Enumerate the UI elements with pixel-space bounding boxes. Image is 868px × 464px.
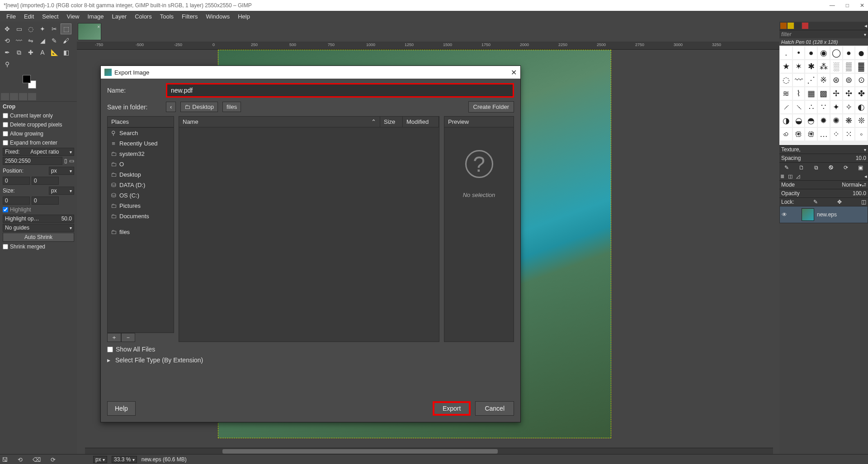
panel-menu-icon[interactable]: ◂ (864, 173, 867, 179)
path-segment-desktop[interactable]: 🗀Desktop (180, 102, 218, 112)
filename-input[interactable] (166, 83, 514, 98)
panel-menu-icon[interactable]: ◂ (864, 23, 867, 29)
modified-column-header[interactable]: Modified (403, 117, 439, 127)
place-item[interactable]: ≡Recently Used (108, 138, 174, 149)
menu-colors[interactable]: Colors (131, 12, 156, 21)
patterns-tab[interactable] (788, 23, 794, 29)
place-item[interactable]: ⚲Search (108, 128, 174, 138)
paint-tool[interactable]: 🖌 (61, 35, 71, 46)
spacing-row[interactable]: Spacing10.0 (779, 154, 868, 162)
path-segment-files[interactable]: files (222, 102, 241, 112)
shrink-merged-checkbox[interactable] (3, 244, 8, 249)
history-tab[interactable] (802, 23, 808, 29)
zoom-tool[interactable]: ⚲ (2, 59, 13, 70)
paths-tab[interactable]: ◿ (796, 173, 800, 179)
lock-position-icon[interactable]: ✥ (837, 199, 842, 205)
expand-filetype-icon[interactable]: ▸ (107, 356, 113, 364)
rotate-tool[interactable]: ⟲ (2, 35, 13, 46)
add-bookmark-button[interactable]: ＋ (107, 333, 121, 342)
bucket-tool[interactable]: ◢ (37, 35, 48, 46)
eraser-tool[interactable]: ◧ (61, 47, 71, 58)
delete-cropped-checkbox[interactable] (3, 122, 8, 127)
device-status-tab[interactable] (10, 93, 18, 100)
status-unit-select[interactable]: px (93, 456, 107, 463)
guides-select[interactable]: No guides (3, 224, 74, 232)
lock-pixels-icon[interactable]: ✎ (813, 199, 818, 205)
horizontal-scrollbar[interactable] (85, 448, 773, 454)
export-button[interactable]: Export (433, 401, 471, 416)
menu-edit[interactable]: Edit (20, 12, 38, 21)
tool-options-tab[interactable] (1, 93, 9, 100)
menu-select[interactable]: Select (38, 12, 62, 21)
menu-help[interactable]: Help (234, 12, 254, 21)
opacity-row[interactable]: Opacity100.0 (779, 189, 868, 197)
menu-windows[interactable]: Windows (202, 12, 233, 21)
maximize-icon[interactable]: □ (846, 2, 849, 9)
layer-name[interactable]: new.eps (817, 211, 837, 218)
dialog-titlebar[interactable]: Export Image ✕ (101, 66, 520, 79)
refresh-brush-icon[interactable]: ⟳ (843, 164, 849, 171)
place-item[interactable]: 🗀files (108, 227, 174, 237)
highlight-checkbox[interactable] (3, 207, 8, 212)
fg-color-swatch[interactable] (23, 75, 31, 83)
document-tab[interactable] (78, 23, 101, 40)
edit-brush-icon[interactable]: ✎ (783, 164, 790, 171)
move-tool[interactable]: ✥ (2, 23, 13, 34)
current-layer-checkbox[interactable] (3, 113, 8, 118)
lock-alpha-icon[interactable]: ◫ (861, 199, 866, 205)
menu-tools[interactable]: Tools (156, 12, 177, 21)
size-h-input[interactable]: 0 (32, 197, 59, 205)
texture-row[interactable]: Texture, (779, 145, 868, 154)
size-unit-select[interactable]: px (49, 187, 74, 195)
reset-options-icon[interactable]: ⟳ (51, 456, 56, 463)
mode-switch-icon[interactable]: ⥄ (862, 182, 866, 188)
fg-bg-colors[interactable] (0, 71, 77, 92)
delete-brush-icon[interactable]: 🛇 (828, 164, 834, 171)
ink-tool[interactable]: ✒ (2, 47, 13, 58)
highlight-opacity-slider[interactable]: Highlight op… 50.0 (3, 215, 74, 223)
fonts-tab[interactable] (795, 23, 801, 29)
mode-row[interactable]: Mode Normal ⥄ (779, 180, 868, 189)
filter-row[interactable]: filter (779, 30, 868, 38)
brush-grid[interactable]: .•●◉◯●● ★✶✱⁂░▒▓ ◌〰⋰※⊛⊚⊙ ≋⌇▦▩✢✣✤ ⟋⟍∴∵✦✧◐ … (779, 46, 868, 145)
place-item[interactable]: 🗀system32 (108, 149, 174, 159)
status-zoom-select[interactable]: 33.3 % (112, 456, 137, 463)
auto-shrink-button[interactable]: Auto Shrink (3, 233, 74, 242)
images-tab[interactable] (28, 93, 36, 100)
place-item[interactable]: 🗀O (108, 159, 174, 169)
position-unit-select[interactable]: px (49, 167, 74, 175)
place-item[interactable]: ⛁DATA (D:) (108, 180, 174, 190)
show-all-files-checkbox[interactable] (107, 347, 113, 352)
size-column-header[interactable]: Size (380, 117, 403, 127)
undo-history-tab[interactable] (19, 93, 27, 100)
delete-options-icon[interactable]: ⌫ (33, 456, 41, 463)
clone-tool[interactable]: ⧉ (14, 47, 24, 58)
help-button[interactable]: Help (107, 401, 136, 416)
visibility-icon[interactable]: 👁 (782, 211, 787, 218)
menu-file[interactable]: File (3, 12, 19, 21)
fixed-select[interactable]: Fixed: Aspect ratio (3, 148, 74, 156)
flip-tool[interactable]: ⇋ (25, 35, 36, 46)
place-item[interactable]: 🗀Pictures (108, 201, 174, 211)
rect-select-tool[interactable]: ▭ (14, 23, 24, 34)
pos-y-input[interactable]: 0 (32, 177, 59, 185)
place-item[interactable]: 🗀Documents (108, 211, 174, 221)
layer-row[interactable]: 👁 new.eps (779, 206, 868, 223)
layers-tab[interactable]: ≣ (780, 173, 784, 179)
files-list[interactable] (179, 127, 439, 342)
new-brush-icon[interactable]: 🗋 (798, 164, 805, 171)
allow-growing-checkbox[interactable] (3, 131, 8, 136)
expand-center-checkbox[interactable] (3, 140, 8, 145)
portrait-icon[interactable]: ▯ (64, 158, 67, 164)
menu-image[interactable]: Image (84, 12, 107, 21)
path-back-button[interactable]: ‹ (166, 102, 176, 112)
brushes-tab[interactable] (780, 23, 787, 29)
menu-view[interactable]: View (63, 12, 83, 21)
create-folder-button[interactable]: Create Folder (468, 101, 514, 112)
place-item[interactable]: 🗀Desktop (108, 169, 174, 180)
size-w-input[interactable]: 0 (3, 197, 30, 205)
menu-layer[interactable]: Layer (108, 12, 131, 21)
close-icon[interactable]: ✕ (511, 68, 517, 77)
landscape-icon[interactable]: ▭ (69, 158, 74, 164)
text-tool[interactable]: A (37, 47, 48, 58)
